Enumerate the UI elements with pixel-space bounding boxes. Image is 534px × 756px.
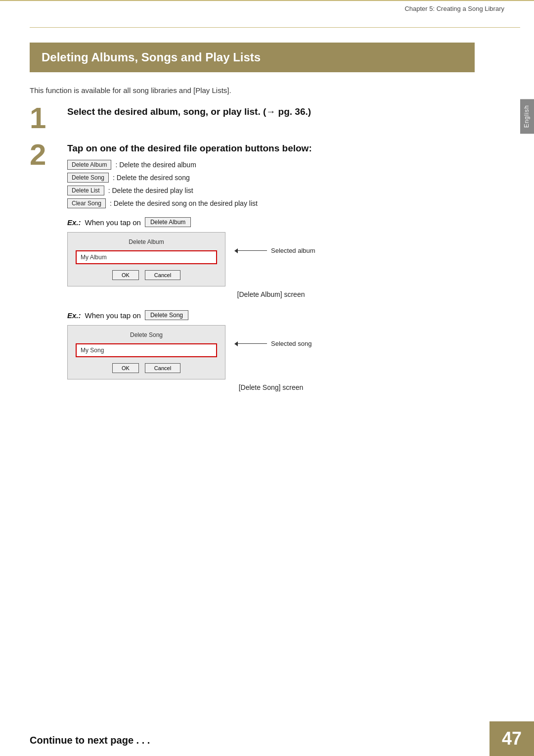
delete-song-dialog: Delete Song My Song OK Cancel	[67, 325, 225, 379]
example-1-caption: [Delete Album] screen	[67, 290, 475, 298]
ex-1-when: When you tap on	[85, 218, 141, 227]
ex-2-btn[interactable]: Delete Song	[145, 310, 188, 320]
step-1-number: 1	[30, 103, 59, 133]
list-item: Clear Song : Delete the desired song on …	[67, 198, 475, 208]
dialog-2-buttons: OK Cancel	[76, 363, 217, 373]
arrow-label-1-text: Selected album	[271, 247, 315, 254]
dialog-1-cancel[interactable]: Cancel	[145, 270, 180, 280]
example-2-label: Ex.: When you tap on Delete Song	[67, 310, 475, 320]
dialog-2-ok[interactable]: OK	[112, 363, 139, 373]
intro-text: This function is available for all song …	[30, 86, 475, 94]
step-2-content: Tap on one of the desired file operation…	[67, 143, 475, 403]
arrow-line-2	[237, 343, 267, 344]
arrow-label-2: Selected song	[237, 340, 312, 347]
clear-song-desc: : Delete the desired song on the desired…	[110, 199, 258, 207]
delete-song-button[interactable]: Delete Song	[67, 173, 109, 183]
clear-song-button[interactable]: Clear Song	[67, 198, 106, 208]
dialog-1-field: My Album	[76, 250, 217, 264]
dialog-2-title: Delete Song	[76, 331, 217, 338]
main-content: Deleting Albums, Songs and Play Lists Th…	[0, 43, 504, 443]
footer: Continue to next page . . . 47	[0, 721, 534, 756]
delete-list-desc: : Delete the desired play list	[108, 187, 193, 194]
step-1-row: 1 Select the desired album, song, or pla…	[30, 106, 475, 133]
delete-album-button[interactable]: Delete Album	[67, 160, 111, 170]
ex-1-btn[interactable]: Delete Album	[145, 217, 191, 227]
arrow-label-2-wrap: Selected song	[237, 340, 312, 347]
example-1-block: Ex.: When you tap on Delete Album Delete…	[67, 217, 475, 298]
dialog-2-cancel[interactable]: Cancel	[145, 363, 180, 373]
step-1-content: Select the desired album, song, or play …	[67, 106, 475, 123]
title-box: Deleting Albums, Songs and Play Lists	[30, 43, 475, 72]
list-item: Delete Album : Delete the desired album	[67, 160, 475, 170]
page-number-box: 47	[490, 721, 534, 756]
arrow-label-2-text: Selected song	[271, 340, 312, 347]
delete-song-desc: : Delete the desired song	[113, 174, 190, 182]
button-desc-list: Delete Album : Delete the desired album …	[67, 160, 475, 208]
list-item: Delete Song : Delete the desired song	[67, 173, 475, 183]
page-title: Deleting Albums, Songs and Play Lists	[42, 50, 463, 64]
side-tab: English	[520, 99, 534, 134]
example-2-dialog-wrapper: Delete Song My Song OK Cancel Selected s…	[67, 325, 475, 379]
ex-2-when: When you tap on	[85, 311, 141, 320]
delete-album-desc: : Delete the desired album	[115, 161, 196, 169]
step-2-number: 2	[30, 140, 59, 170]
example-1-label: Ex.: When you tap on Delete Album	[67, 217, 475, 227]
header-rule	[30, 27, 520, 28]
continue-text: Continue to next page . . .	[30, 735, 150, 756]
example-2-block: Ex.: When you tap on Delete Song Delete …	[67, 310, 475, 391]
dialog-1-buttons: OK Cancel	[76, 270, 217, 280]
delete-album-dialog: Delete Album My Album OK Cancel	[67, 232, 225, 286]
page-number: 47	[502, 728, 522, 749]
dialog-1-title: Delete Album	[76, 238, 217, 245]
chapter-title: Chapter 5: Creating a Song Library	[404, 5, 504, 12]
arrow-label-1: Selected album	[237, 247, 315, 254]
list-item: Delete List : Delete the desired play li…	[67, 186, 475, 195]
arrow-line-1	[237, 250, 267, 251]
step-1-title: Select the desired album, song, or play …	[67, 106, 475, 117]
step-2-row: 2 Tap on one of the desired file operati…	[30, 143, 475, 403]
dialog-2-field: My Song	[76, 343, 217, 357]
ex-1-prefix: Ex.:	[67, 218, 81, 227]
ex-2-prefix: Ex.:	[67, 311, 81, 320]
dialog-1-ok[interactable]: OK	[112, 270, 139, 280]
example-2-caption: [Delete Song] screen	[67, 383, 475, 391]
header-bar: Chapter 5: Creating a Song Library	[0, 0, 534, 12]
arrow-label-1-wrap: Selected album	[237, 247, 315, 254]
step-2-title: Tap on one of the desired file operation…	[67, 143, 475, 154]
example-1-dialog-wrapper: Delete Album My Album OK Cancel Selected…	[67, 232, 475, 286]
delete-list-button[interactable]: Delete List	[67, 186, 104, 195]
